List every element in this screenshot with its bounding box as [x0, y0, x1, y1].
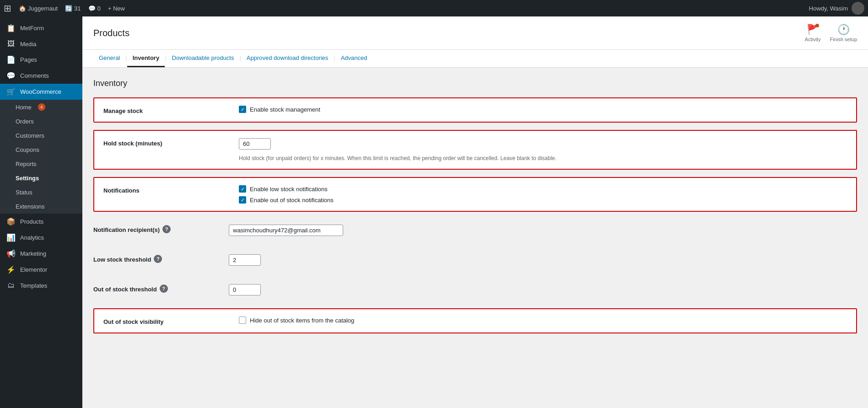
enable-stock-management-row: ✓ Enable stock management	[239, 106, 847, 113]
comments-icon: 💬	[6, 71, 16, 80]
out-stock-visibility-grid: Out of stock visibility Hide out of stoc…	[103, 317, 847, 325]
sidebar-item-elementor[interactable]: ⚡ Elementor	[0, 262, 82, 278]
admin-bar: ⊞ 🏠 Juggernaut 🔄 31 💬 0 + New Howdy, Was…	[0, 0, 868, 16]
header-actions: 🚩 Activity 🕐 Finish setup	[805, 24, 857, 42]
tab-inventory[interactable]: Inventory	[127, 50, 165, 67]
out-stock-threshold-input[interactable]	[229, 284, 261, 295]
notification-recipient-input[interactable]	[229, 225, 343, 236]
out-stock-threshold-label: Out of stock threshold	[93, 284, 157, 293]
wp-logo[interactable]: ⊞	[4, 3, 11, 14]
sidebar-item-comments[interactable]: 💬 Comments	[0, 68, 82, 84]
notification-recipient-label: Notification recipient(s)	[93, 225, 160, 233]
activity-icon: 🚩	[807, 24, 819, 36]
out-stock-threshold-label-wrap: Out of stock threshold ?	[93, 284, 221, 293]
sidebar-item-coupons[interactable]: Coupons	[0, 143, 82, 157]
sidebar-item-media[interactable]: 🖼 Media	[0, 36, 82, 52]
low-stock-threshold-label: Low stock threshold	[93, 254, 151, 263]
low-stock-threshold-input[interactable]	[229, 254, 261, 266]
finish-setup-button[interactable]: 🕐 Finish setup	[830, 24, 857, 42]
comments-count[interactable]: 💬 0	[88, 5, 101, 12]
manage-stock-label: Manage stock	[103, 106, 232, 114]
notifications-section: Notifications ✓ Enable low stock notific…	[93, 177, 857, 212]
manage-stock-control: ✓ Enable stock management	[239, 106, 847, 113]
sidebar: 📋 MetForm 🖼 Media 📄 Pages 💬 Comments 🛒 W…	[0, 16, 82, 408]
sidebar-item-status[interactable]: Status	[0, 185, 82, 199]
media-icon: 🖼	[6, 40, 16, 48]
notifications-label: Notifications	[103, 185, 232, 194]
low-stock-notification-label: Enable low stock notifications	[250, 186, 328, 193]
page-title: Products	[93, 28, 129, 38]
enable-stock-management-label: Enable stock management	[250, 106, 320, 113]
avatar	[852, 2, 864, 15]
metform-icon: 📋	[6, 24, 16, 32]
sidebar-item-products[interactable]: 📦 Products	[0, 214, 82, 230]
out-stock-threshold-help-icon[interactable]: ?	[160, 285, 168, 293]
tab-approved-dirs[interactable]: Approved download directories	[241, 50, 334, 67]
inventory-content: Inventory Manage stock ✓ Enable stock ma…	[82, 68, 868, 352]
new-button[interactable]: + New	[108, 5, 125, 12]
notification-recipient-help-icon[interactable]: ?	[162, 225, 171, 233]
notifications-control: ✓ Enable low stock notifications ✓ Enabl…	[239, 185, 847, 204]
hold-stock-grid: Hold stock (minutes) Hold stock (for unp…	[103, 138, 847, 161]
elementor-icon: ⚡	[6, 265, 16, 274]
low-stock-notification-checkbox[interactable]: ✓	[239, 185, 246, 193]
notification-recipient-section: Notification recipient(s) ?	[93, 219, 857, 242]
hold-stock-section: Hold stock (minutes) Hold stock (for unp…	[93, 130, 857, 170]
notification-recipient-label-wrap: Notification recipient(s) ?	[93, 225, 221, 233]
woo-submenu: Home 4 Orders Customers Coupons Reports …	[0, 100, 82, 214]
notification-recipient-control	[229, 225, 857, 236]
hold-stock-control: Hold stock (for unpaid orders) for x min…	[239, 138, 847, 161]
hold-stock-input[interactable]	[239, 138, 271, 150]
templates-icon: 🗂	[6, 281, 16, 290]
finish-setup-icon: 🕐	[837, 24, 850, 36]
manage-stock-section: Manage stock ✓ Enable stock management	[93, 97, 857, 123]
sidebar-item-customers[interactable]: Customers	[0, 129, 82, 143]
low-stock-threshold-grid: Low stock threshold ?	[93, 254, 857, 266]
hold-stock-label: Hold stock (minutes)	[103, 138, 232, 147]
sidebar-item-analytics[interactable]: 📊 Analytics	[0, 230, 82, 246]
sidebar-item-metform[interactable]: 📋 MetForm	[0, 20, 82, 36]
home-badge: 4	[38, 103, 45, 111]
notification-recipient-grid: Notification recipient(s) ?	[93, 225, 857, 236]
low-stock-threshold-help-icon[interactable]: ?	[154, 255, 162, 263]
sidebar-item-orders[interactable]: Orders	[0, 114, 82, 129]
hide-out-stock-checkbox[interactable]	[239, 317, 246, 324]
out-stock-threshold-control	[229, 284, 857, 295]
sidebar-item-marketing[interactable]: 📢 Marketing	[0, 246, 82, 262]
low-stock-notification-row: ✓ Enable low stock notifications	[239, 185, 847, 193]
tab-advanced[interactable]: Advanced	[335, 50, 373, 67]
sidebar-item-pages[interactable]: 📄 Pages	[0, 52, 82, 68]
low-stock-threshold-label-wrap: Low stock threshold ?	[93, 254, 221, 263]
pages-icon: 📄	[6, 55, 16, 64]
main-content: Products 🚩 Activity 🕐 Finish setup Gener…	[82, 16, 868, 408]
out-stock-visibility-control: Hide out of stock items from the catalog	[239, 317, 847, 324]
manage-stock-grid: Manage stock ✓ Enable stock management	[103, 106, 847, 114]
marketing-icon: 📢	[6, 249, 16, 258]
woocommerce-icon: 🛒	[6, 87, 16, 96]
sidebar-item-settings[interactable]: Settings	[0, 171, 82, 185]
site-name[interactable]: 🏠 Juggernaut	[19, 5, 58, 12]
hide-out-stock-label: Hide out of stock items from the catalog	[250, 317, 354, 324]
tabs-bar: General | Inventory | Downloadable produ…	[82, 50, 868, 68]
hold-stock-help: Hold stock (for unpaid orders) for x min…	[239, 155, 847, 161]
sidebar-item-home[interactable]: Home 4	[0, 100, 82, 114]
out-stock-notification-checkbox[interactable]: ✓	[239, 196, 246, 204]
sidebar-item-templates[interactable]: 🗂 Templates	[0, 278, 82, 293]
tab-general[interactable]: General	[93, 50, 125, 67]
sidebar-item-woocommerce[interactable]: 🛒 WooCommerce	[0, 84, 82, 100]
activity-button[interactable]: 🚩 Activity	[805, 24, 821, 42]
out-stock-threshold-grid: Out of stock threshold ?	[93, 284, 857, 295]
page-header: Products 🚩 Activity 🕐 Finish setup	[82, 16, 868, 50]
update-count[interactable]: 🔄 31	[65, 5, 81, 12]
out-stock-notification-row: ✓ Enable out of stock notifications	[239, 196, 847, 204]
hide-out-stock-row: Hide out of stock items from the catalog	[239, 317, 847, 324]
sidebar-item-reports[interactable]: Reports	[0, 157, 82, 171]
low-stock-threshold-control	[229, 254, 857, 266]
out-stock-visibility-label: Out of stock visibility	[103, 317, 232, 325]
enable-stock-management-checkbox[interactable]: ✓	[239, 106, 246, 113]
tab-downloadable[interactable]: Downloadable products	[167, 50, 240, 67]
activity-dot	[815, 24, 819, 27]
analytics-icon: 📊	[6, 233, 16, 242]
howdy-label: Howdy, Wasim	[809, 5, 848, 12]
sidebar-item-extensions[interactable]: Extensions	[0, 199, 82, 214]
